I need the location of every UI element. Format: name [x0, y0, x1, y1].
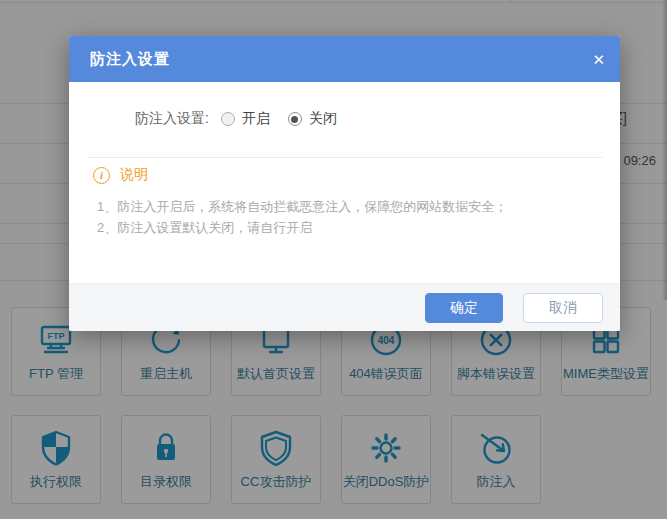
notice-item-2: 2、防注入设置默认关闭，请自行开启 — [97, 217, 600, 238]
dialog-header: 防注入设置 ✕ — [69, 36, 620, 82]
setting-label: 防注入设置: — [135, 110, 209, 128]
host-control-panel-page: 买] -06 09:26 FTP FTP 管理 重启主机 — [0, 0, 667, 519]
radio-button-enable[interactable] — [221, 112, 235, 126]
cancel-button[interactable]: 取消 — [523, 293, 603, 323]
notice-item-1: 1、防注入开启后，系统将自动拦截恶意注入，保障您的网站数据安全； — [97, 196, 600, 217]
radio-option-enable[interactable]: 开启 — [221, 110, 270, 128]
notice-section: i 说明 1、防注入开启后，系统将自动拦截恶意注入，保障您的网站数据安全； 2、… — [93, 166, 600, 238]
anti-injection-settings-dialog: 防注入设置 ✕ 防注入设置: 开启 关闭 i 说明 1、防注入开启后，系统将自动… — [69, 36, 620, 331]
radio-button-disable[interactable] — [288, 112, 302, 126]
radio-label-disable[interactable]: 关闭 — [309, 110, 337, 128]
info-icon: i — [93, 167, 110, 184]
notice-list: 1、防注入开启后，系统将自动拦截恶意注入，保障您的网站数据安全； 2、防注入设置… — [97, 196, 600, 238]
dialog-footer: 确定 取消 — [69, 283, 620, 331]
radio-dot — [291, 116, 298, 123]
anti-injection-setting-row: 防注入设置: 开启 关闭 — [135, 106, 337, 132]
section-divider — [87, 157, 602, 158]
radio-option-disable[interactable]: 关闭 — [288, 110, 337, 128]
dialog-title: 防注入设置 — [90, 50, 170, 69]
close-icon[interactable]: ✕ — [592, 52, 605, 67]
confirm-button[interactable]: 确定 — [425, 293, 503, 323]
notice-title: 说明 — [120, 166, 148, 184]
radio-label-enable[interactable]: 开启 — [242, 110, 270, 128]
notice-header: i 说明 — [93, 166, 600, 184]
